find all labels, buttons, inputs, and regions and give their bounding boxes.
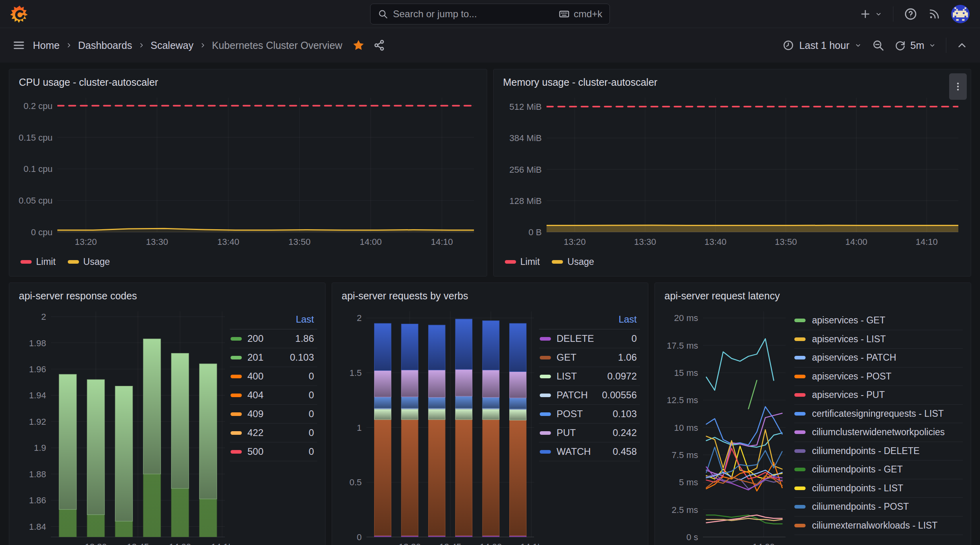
bar-segment-WATCH[interactable] — [428, 325, 445, 370]
bar-segment-WATCH[interactable] — [510, 323, 526, 371]
bar-segment-201[interactable] — [87, 379, 104, 515]
legend-item-ciliumclusterwidenetworkpolicies[interactable]: ciliumclusterwidenetworkpolicies — [794, 423, 963, 442]
legend-item-usage[interactable]: Usage — [68, 256, 110, 267]
series-line[interactable] — [706, 519, 782, 521]
time-range-picker[interactable]: Last 1 hour — [782, 39, 862, 51]
mega-menu-button[interactable] — [12, 38, 26, 52]
legend-item-apiservices-post[interactable]: apiservices - POST — [794, 367, 963, 386]
legend-item-apiservices-list[interactable]: apiservices - LIST — [794, 330, 963, 349]
bar-segment-POST[interactable] — [375, 397, 391, 408]
help-button[interactable] — [904, 7, 917, 21]
bar-segment-LIST[interactable] — [428, 409, 445, 420]
bar-segment-WATCH[interactable] — [482, 321, 499, 370]
bar-segment-POST[interactable] — [401, 397, 418, 408]
bar-segment-GET[interactable] — [401, 420, 418, 536]
legend-item-certificatesigningrequests-list[interactable]: certificatesigningrequests - LIST — [794, 405, 963, 424]
legend-item-404[interactable]: 4040 — [230, 386, 317, 405]
legend-item-apiservices-patch[interactable]: apiservices - PATCH — [794, 349, 963, 367]
panel-title[interactable]: Memory usage - cluster-autoscaler — [502, 74, 963, 92]
panel-title[interactable]: api-server requests by verbs — [340, 288, 640, 306]
bar-segment-200[interactable] — [143, 474, 160, 545]
bar-segment-200[interactable] — [199, 499, 217, 545]
panel-title[interactable]: CPU usage - cluster-autoscaler — [17, 74, 479, 92]
bar-segment-201[interactable] — [199, 364, 217, 499]
bar-segment-GET[interactable] — [375, 420, 391, 536]
legend-item-limit[interactable]: Limit — [20, 256, 56, 267]
bar-segment-201[interactable] — [115, 386, 132, 521]
breadcrumb-folder[interactable]: Scaleway — [151, 40, 194, 51]
news-button[interactable] — [928, 8, 941, 20]
series-line[interactable] — [706, 430, 782, 472]
bar-segment-200[interactable] — [87, 515, 104, 545]
legend-item-ciliumendpoints-post[interactable]: ciliumendpoints - POST — [794, 498, 963, 517]
panel-title[interactable]: api-server response codes — [17, 288, 317, 306]
refresh-picker[interactable]: 5m — [894, 39, 936, 51]
legend-sort-header[interactable]: Last — [539, 312, 640, 329]
legend-item-get[interactable]: GET1.06 — [539, 348, 640, 367]
legend-item-delete[interactable]: DELETE0 — [539, 329, 640, 348]
legend-item-200[interactable]: 2001.86 — [230, 329, 317, 348]
breadcrumb-home[interactable]: Home — [33, 40, 60, 51]
bar-segment-LIST[interactable] — [375, 409, 391, 420]
bar-segment-LIST[interactable] — [510, 410, 526, 420]
legend-item-201[interactable]: 2010.103 — [230, 348, 317, 367]
zoom-out-button[interactable] — [872, 39, 885, 52]
memory-chart[interactable]: 512 MiB384 MiB256 MiB128 MiB0 B13:2013:3… — [502, 92, 963, 250]
legend-item-422[interactable]: 4220 — [230, 424, 317, 442]
search-input[interactable]: Search or jump to... cmd+k — [370, 4, 610, 24]
legend-item-409[interactable]: 4090 — [230, 405, 317, 424]
bar-segment-POST[interactable] — [482, 398, 499, 408]
bar-segment-PUT[interactable] — [510, 371, 526, 398]
legend-item-400[interactable]: 4000 — [230, 367, 317, 386]
legend-item-patch[interactable]: PATCH0.00556 — [539, 386, 640, 405]
share-button[interactable] — [373, 39, 386, 52]
legend-item-500[interactable]: 5000 — [230, 442, 317, 461]
requests-by-verbs-chart[interactable]: 21.510.5013:3013:4514:0014:15 — [340, 306, 539, 545]
bar-segment-LIST[interactable] — [401, 409, 418, 420]
legend-item-list[interactable]: LIST0.0972 — [539, 367, 640, 386]
bar-segment-POST[interactable] — [510, 398, 526, 409]
bar-segment-200[interactable] — [59, 509, 76, 545]
bar-segment-PUT[interactable] — [401, 370, 418, 397]
legend-item-ciliumexternalworkloads-list[interactable]: ciliumexternalworkloads - LIST — [794, 517, 963, 535]
bar-segment-WATCH[interactable] — [375, 323, 391, 371]
legend-item-watch[interactable]: WATCH0.458 — [539, 442, 640, 461]
bar-segment-PUT[interactable] — [375, 371, 391, 397]
grafana-logo[interactable] — [10, 5, 29, 23]
legend-item-ciliumendpoints-get[interactable]: ciliumendpoints - GET — [794, 460, 963, 479]
legend-item-apiservices-put[interactable]: apiservices - PUT — [794, 386, 963, 405]
bar-segment-LIST[interactable] — [482, 409, 499, 420]
legend-sort-header[interactable]: Last — [230, 312, 317, 329]
bar-segment-WATCH[interactable] — [456, 319, 472, 369]
bar-segment-LIST[interactable] — [456, 409, 472, 420]
bar-segment-POST[interactable] — [456, 396, 472, 408]
panel-title[interactable]: api-server request latency — [663, 288, 963, 306]
legend-item-apiservices-get[interactable]: apiservices - GET — [794, 311, 963, 330]
bar-segment-200[interactable] — [171, 488, 188, 545]
legend-item-ciliumendpoints-list[interactable]: ciliumendpoints - LIST — [794, 479, 963, 498]
bar-segment-GET[interactable] — [482, 420, 499, 536]
bar-segment-201[interactable] — [59, 374, 76, 509]
legend-item-ciliumendpoints-delete[interactable]: ciliumendpoints - DELETE — [794, 442, 963, 461]
bar-segment-201[interactable] — [171, 353, 188, 488]
bar-segment-PUT[interactable] — [482, 370, 499, 397]
legend-item-limit[interactable]: Limit — [505, 256, 540, 267]
cpu-chart[interactable]: 0.2 cpu0.15 cpu0.1 cpu0.05 cpu0 cpu13:20… — [17, 92, 479, 250]
breadcrumb-dashboards[interactable]: Dashboards — [78, 40, 132, 51]
avatar[interactable] — [951, 5, 970, 23]
bar-segment-PUT[interactable] — [456, 369, 472, 396]
favorite-button[interactable] — [352, 39, 365, 52]
bar-segment-POST[interactable] — [428, 398, 445, 408]
legend-item-put[interactable]: PUT0.242 — [539, 424, 640, 442]
collapse-toolbar-button[interactable] — [956, 39, 968, 51]
request-latency-chart[interactable]: 20 ms17.5 ms15 ms12.5 ms10 ms7.5 ms5 ms2… — [663, 306, 790, 545]
series-line[interactable] — [706, 413, 782, 476]
legend-item-post[interactable]: POST0.103 — [539, 405, 640, 424]
bar-segment-GET[interactable] — [456, 420, 472, 536]
series-line[interactable] — [749, 380, 757, 409]
bar-segment-PUT[interactable] — [428, 370, 445, 397]
bar-segment-201[interactable] — [143, 339, 160, 474]
bar-segment-WATCH[interactable] — [401, 324, 418, 370]
series-line[interactable] — [547, 225, 958, 226]
new-button[interactable] — [859, 8, 883, 20]
